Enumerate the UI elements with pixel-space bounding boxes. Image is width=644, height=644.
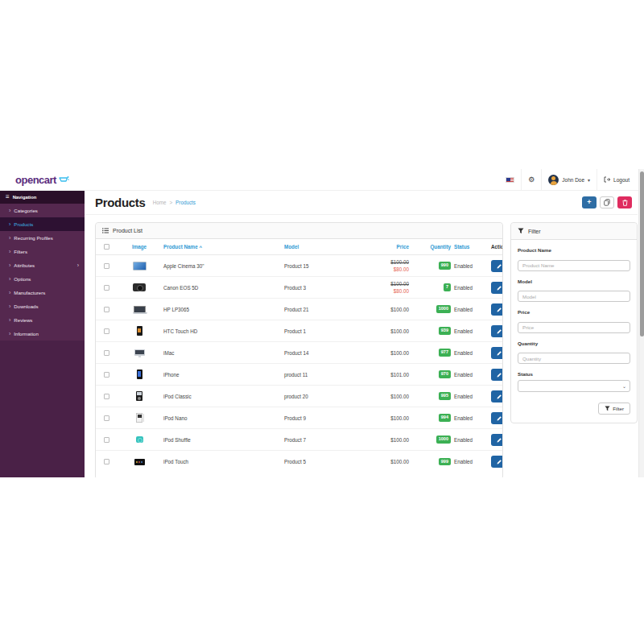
breadcrumb-home[interactable]: Home bbox=[153, 200, 167, 205]
row-checkbox[interactable] bbox=[104, 415, 109, 421]
filter-input-price[interactable] bbox=[518, 322, 630, 333]
sidebar-item-label: Recurring Profiles bbox=[14, 235, 52, 241]
sidebar-item-options[interactable]: ›Options bbox=[0, 272, 85, 286]
breadcrumb: Home > Products bbox=[153, 200, 196, 205]
breadcrumb-current[interactable]: Products bbox=[175, 200, 196, 205]
row-checkbox[interactable] bbox=[104, 437, 109, 443]
edit-button[interactable] bbox=[491, 260, 503, 272]
product-name: iPhone bbox=[162, 372, 283, 378]
column-status[interactable]: Status bbox=[452, 244, 489, 250]
product-name: iPod Nano bbox=[162, 415, 283, 421]
row-checkbox[interactable] bbox=[104, 394, 109, 399]
filter-button[interactable]: Filter bbox=[598, 402, 630, 415]
column-price[interactable]: Price bbox=[361, 244, 411, 250]
edit-button[interactable] bbox=[491, 325, 503, 337]
column-quantity[interactable]: Quantity bbox=[411, 244, 452, 250]
edit-button[interactable] bbox=[491, 390, 503, 402]
filter-input-model[interactable] bbox=[518, 291, 630, 302]
edit-button[interactable] bbox=[491, 369, 503, 381]
status-select[interactable]: ⌄ bbox=[518, 380, 630, 392]
chevron-right-icon: › bbox=[9, 221, 10, 227]
avatar bbox=[548, 175, 559, 185]
pencil-icon bbox=[497, 263, 502, 269]
product-price: $100.00 bbox=[361, 328, 411, 334]
chevron-right-icon: › bbox=[9, 235, 10, 241]
cart-icon bbox=[59, 176, 69, 184]
main-content: Products Home > Products + bbox=[85, 191, 638, 477]
filter-input-quantity[interactable] bbox=[518, 353, 630, 364]
sort-asc-icon: ^ bbox=[199, 245, 202, 250]
edit-button[interactable] bbox=[491, 282, 503, 294]
edit-button[interactable] bbox=[491, 303, 503, 316]
product-price: $100.00 bbox=[361, 459, 411, 464]
status-label: Enabled bbox=[452, 459, 489, 464]
edit-button[interactable] bbox=[491, 434, 503, 446]
settings-button[interactable]: ⚙ bbox=[521, 169, 541, 190]
admin-window: opencart ⚙ John Doe ▾ Logout bbox=[0, 169, 644, 477]
copy-button[interactable] bbox=[600, 196, 614, 208]
product-price: $100.00 bbox=[361, 437, 411, 443]
sidebar-item-products[interactable]: ›Products bbox=[0, 217, 85, 231]
row-checkbox[interactable] bbox=[104, 372, 109, 378]
edit-button[interactable] bbox=[491, 456, 503, 468]
row-checkbox[interactable] bbox=[104, 307, 109, 312]
sidebar-item-downloads[interactable]: ›Downloads bbox=[0, 299, 85, 313]
add-new-button[interactable]: + bbox=[582, 196, 597, 208]
sidebar-item-reviews[interactable]: ›Reviews bbox=[0, 313, 85, 327]
vertical-scrollbar[interactable] bbox=[638, 169, 644, 477]
sidebar-navigation-label: Navigation bbox=[13, 195, 37, 200]
edit-button[interactable] bbox=[491, 412, 503, 424]
sidebar-item-categories[interactable]: ›Categories bbox=[0, 204, 85, 217]
chevron-right-icon: › bbox=[77, 262, 79, 268]
filter-button-label: Filter bbox=[613, 406, 624, 411]
scrollbar-thumb[interactable] bbox=[640, 171, 644, 336]
row-checkbox[interactable] bbox=[104, 285, 109, 291]
column-model[interactable]: Model bbox=[283, 244, 361, 250]
opencart-logo[interactable]: opencart bbox=[0, 174, 85, 186]
delete-button[interactable] bbox=[617, 196, 632, 208]
table-row: iPod ShuffleProduct 7$100.001000Enabled bbox=[96, 429, 502, 451]
product-price: $100.00 bbox=[361, 415, 411, 421]
filter-label-product-name: Product Name bbox=[518, 247, 630, 253]
row-checkbox[interactable] bbox=[104, 263, 109, 269]
logout-icon bbox=[604, 176, 610, 183]
product-price: $100.00 bbox=[361, 394, 411, 399]
pencil-icon bbox=[497, 459, 502, 464]
product-name: Apple Cinema 30" bbox=[162, 263, 283, 269]
column-product-name[interactable]: Product Name ^ bbox=[162, 244, 283, 250]
sidebar-item-manufacturers[interactable]: ›Manufacturers bbox=[0, 286, 85, 299]
filter-title: Filter bbox=[528, 229, 541, 234]
logout-button[interactable]: Logout bbox=[597, 169, 636, 190]
status-label: Enabled bbox=[452, 350, 489, 356]
language-switcher[interactable] bbox=[499, 169, 521, 190]
select-all-checkbox[interactable] bbox=[104, 244, 109, 250]
us-flag-icon bbox=[506, 177, 514, 183]
quantity-badge: 994 bbox=[439, 414, 451, 422]
user-menu[interactable]: John Doe ▾ bbox=[541, 169, 597, 190]
sidebar-item-filters[interactable]: ›Filters bbox=[0, 245, 85, 258]
row-checkbox[interactable] bbox=[104, 328, 109, 334]
quantity-badge: 977 bbox=[439, 349, 451, 357]
product-name: HTC Touch HD bbox=[162, 328, 283, 334]
edit-button[interactable] bbox=[491, 347, 503, 359]
pencil-icon bbox=[497, 285, 502, 291]
sidebar-item-information[interactable]: ›Information bbox=[0, 327, 85, 341]
status-label: Enabled bbox=[452, 372, 489, 378]
sidebar-item-attributes[interactable]: ›Attributes› bbox=[0, 258, 85, 272]
sidebar-item-label: Options bbox=[14, 276, 31, 282]
product-thumbnail-ipod-classic bbox=[136, 391, 142, 401]
content-area: Product List Image Product Name ^ Model … bbox=[85, 215, 638, 477]
product-name: iPod Classic bbox=[162, 394, 283, 399]
product-name: iMac bbox=[162, 350, 283, 356]
sidebar-item-recurring-profiles[interactable]: ›Recurring Profiles bbox=[0, 231, 85, 245]
status-label: Enabled bbox=[452, 415, 489, 421]
filter-input-product-name[interactable] bbox=[518, 260, 630, 271]
product-list-panel: Product List Image Product Name ^ Model … bbox=[95, 222, 503, 477]
product-model: Product 15 bbox=[283, 263, 361, 269]
filter-header: Filter bbox=[511, 223, 637, 240]
table-row: iPod TouchProduct 5$100.00999Enabled bbox=[96, 451, 502, 473]
row-checkbox[interactable] bbox=[104, 350, 109, 356]
sidebar: ≡ Navigation DashboardCatalog››Categorie… bbox=[0, 191, 85, 477]
row-checkbox[interactable] bbox=[104, 459, 109, 464]
product-thumbnail-hp-laptop bbox=[134, 306, 146, 312]
